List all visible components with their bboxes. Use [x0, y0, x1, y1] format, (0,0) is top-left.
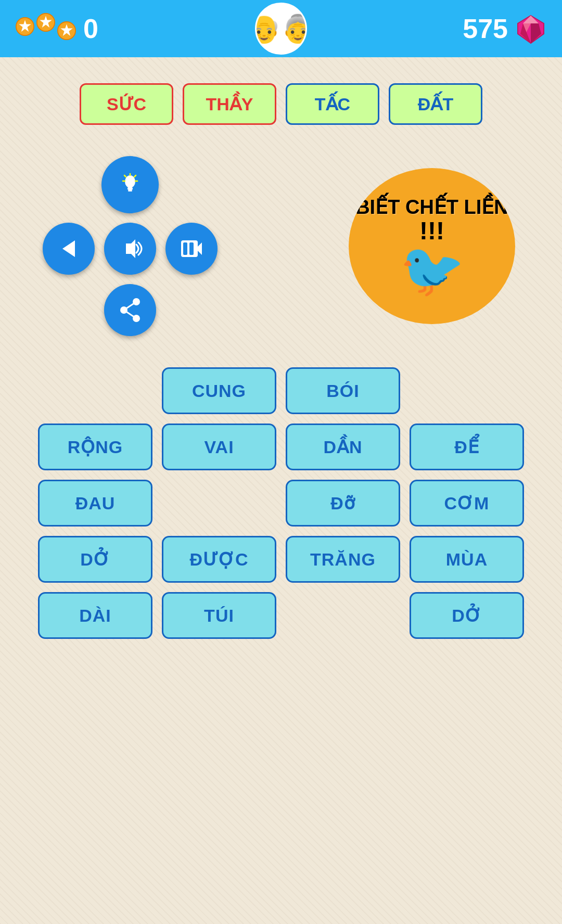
word-btn-dan[interactable]: DẦN [286, 424, 400, 470]
back-icon [55, 235, 82, 262]
sticker-text-line1: BIẾT CHẾT LIỀN [355, 197, 508, 219]
header: 0 👴👵 575 [0, 0, 562, 57]
answer-area: SỨC THẦY TẤC ĐẤT [0, 57, 562, 140]
word-btn-do3[interactable]: DỞ [410, 592, 524, 639]
word-btn-com[interactable]: CƠM [410, 480, 524, 527]
avatar-area: 👴👵 [255, 3, 307, 55]
svg-line-30 [124, 310, 136, 318]
word-row-3: ĐAU Đỡ CƠM [26, 480, 536, 527]
word-btn-dau[interactable]: ĐAU [38, 480, 152, 527]
word-row-1: CUNG BÓI [26, 367, 536, 414]
media-row [43, 223, 218, 275]
sound-button[interactable] [104, 223, 156, 275]
back-button[interactable] [43, 223, 95, 275]
middle-section: BIẾT CHẾT LIỀN !!! 🐦 [0, 140, 562, 352]
gem-count: 575 [463, 13, 508, 44]
svg-rect-14 [128, 190, 132, 191]
word-btn-boi[interactable]: BÓI [286, 367, 400, 414]
word-btn-trang[interactable]: TRĂNG [286, 536, 400, 583]
share-row [104, 284, 156, 336]
word-btn-tui[interactable]: TÚI [162, 592, 276, 639]
word-btn-dai[interactable]: DÀI [38, 592, 152, 639]
word-row-4: DỞ ĐƯỢC TRĂNG MÙA [26, 536, 536, 583]
word-btn-de[interactable]: ĐỂ [410, 424, 524, 470]
sticker-exclaim: !!! [419, 219, 444, 243]
svg-rect-13 [127, 187, 133, 190]
hint-row [101, 156, 159, 213]
svg-rect-24 [183, 242, 187, 255]
word-btn-mua[interactable]: MÙA [410, 536, 524, 583]
video-button[interactable] [165, 223, 218, 275]
word-grid: CUNG BÓI RỘNG VAI DẦN ĐỂ ĐAU Đỡ CƠM [0, 352, 562, 660]
answer-slot-3[interactable]: TẤC [286, 83, 379, 125]
sticker-bg: BIẾT CHẾT LIỀN !!! 🐦 [349, 168, 515, 324]
answer-slot-1[interactable]: SỨC [80, 83, 173, 125]
word-btn-vai[interactable]: VAI [162, 424, 276, 470]
lightbulb-icon [117, 171, 144, 198]
share-button[interactable] [104, 284, 156, 336]
score-section: 0 [16, 13, 98, 44]
word-btn-duoc[interactable]: ĐƯỢC [162, 536, 276, 583]
word-row-2: RỘNG VAI DẦN ĐỂ [26, 424, 536, 470]
controls-panel [31, 156, 229, 336]
svg-line-29 [124, 302, 136, 310]
word-btn-cung[interactable]: CUNG [162, 367, 276, 414]
gem-section: 575 [463, 13, 546, 44]
sticker-area: BIẾT CHẾT LIỀN !!! 🐦 [333, 163, 531, 329]
stars-icon [16, 17, 76, 40]
svg-marker-23 [198, 242, 202, 255]
avatar: 👴👵 [255, 3, 307, 55]
video-icon [178, 235, 205, 262]
word-btn-do[interactable]: Đỡ [286, 480, 400, 527]
sound-icon [117, 235, 144, 262]
hint-button[interactable] [101, 156, 159, 213]
score-value: 0 [83, 13, 98, 44]
svg-marker-21 [126, 239, 135, 258]
svg-marker-20 [62, 240, 75, 257]
word-btn-rong[interactable]: RỘNG [38, 424, 152, 470]
sticker: BIẾT CHẾT LIỀN !!! 🐦 [343, 163, 520, 329]
answer-slot-4[interactable]: ĐẤT [389, 83, 482, 125]
share-icon [117, 297, 144, 324]
gem-icon [515, 13, 546, 44]
word-btn-do2[interactable]: DỞ [38, 536, 152, 583]
svg-rect-25 [189, 242, 194, 255]
answer-slot-2[interactable]: THẦY [183, 83, 276, 125]
word-row-5: DÀI TÚI DỞ [26, 592, 536, 639]
sticker-bird: 🐦 [400, 243, 465, 296]
